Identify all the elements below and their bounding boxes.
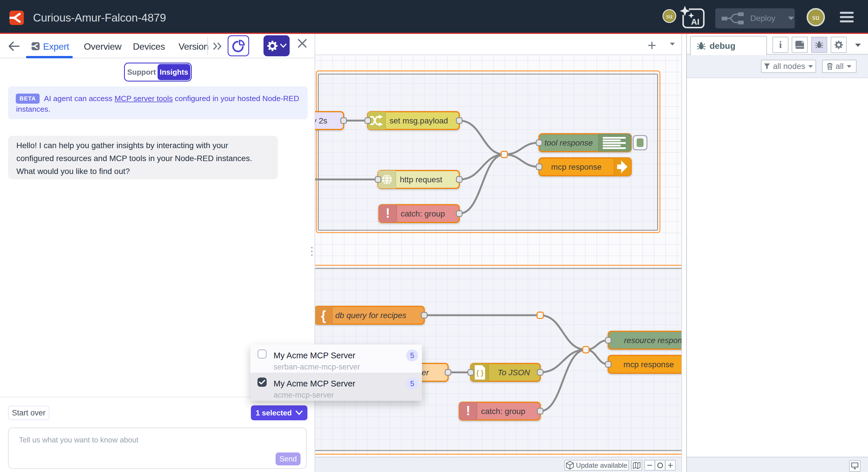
svg-text:catch: group: catch: group — [481, 407, 525, 416]
svg-text:resource response: resource response — [624, 336, 681, 345]
svg-text:tool response: tool response — [545, 138, 593, 147]
svg-text:!: ! — [466, 403, 470, 418]
svg-text:mcp response: mcp response — [551, 163, 601, 171]
svg-text:AI: AI — [691, 17, 700, 26]
svg-text:http request: http request — [400, 175, 442, 184]
svg-text:{: { — [321, 308, 326, 323]
svg-text:To JSON: To JSON — [498, 368, 530, 377]
svg-text:set msg.payload: set msg.payload — [390, 116, 448, 125]
svg-text:catch: group: catch: group — [401, 209, 445, 218]
svg-text:{ }: { } — [476, 369, 484, 377]
svg-text:db query for recipes: db query for recipes — [335, 311, 406, 320]
svg-text:mcp response: mcp response — [623, 360, 674, 369]
svg-text:!: ! — [385, 206, 390, 220]
